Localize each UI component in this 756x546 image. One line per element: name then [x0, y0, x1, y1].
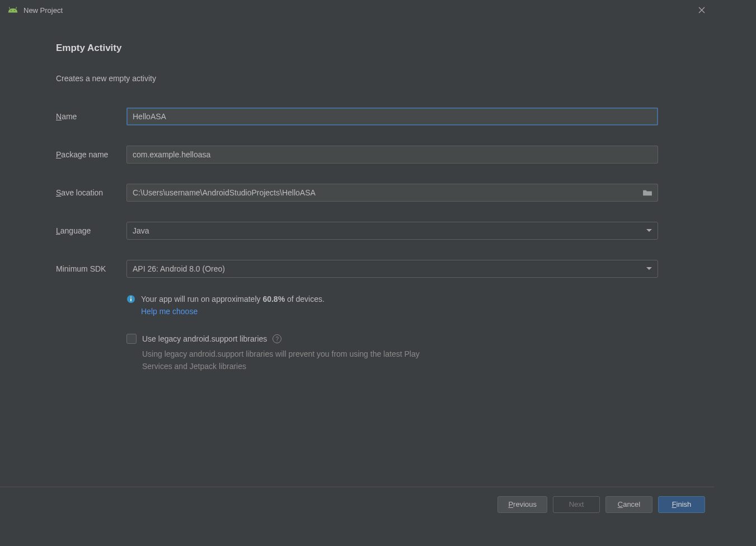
- previous-button[interactable]: Previous: [497, 496, 547, 513]
- help-icon[interactable]: ?: [273, 334, 281, 343]
- min-sdk-label: Minimum SDK: [56, 264, 126, 273]
- svg-point-2: [11, 10, 12, 11]
- page-subtitle: Creates a new empty activity: [56, 74, 658, 83]
- legacy-support-description: Using legacy android.support libraries w…: [142, 348, 433, 372]
- titlebar: New Project: [0, 0, 714, 20]
- package-label: Package name: [56, 150, 126, 159]
- content-area: Empty Activity Creates a new empty activ…: [0, 20, 714, 372]
- sdk-info-section: Your app will run on approximately 60.8%…: [126, 295, 658, 316]
- svg-rect-7: [130, 298, 132, 301]
- legacy-support-label: Use legacy android.support libraries: [142, 334, 267, 343]
- footer: Previous Next Cancel Finish: [0, 487, 714, 521]
- min-sdk-value: API 26: Android 8.0 (Oreo): [133, 264, 225, 273]
- sdk-coverage-text: Your app will run on approximately 60.8%…: [141, 295, 325, 304]
- name-row: Name: [56, 108, 658, 125]
- info-icon: [126, 295, 135, 304]
- svg-point-3: [14, 10, 15, 11]
- package-input[interactable]: [126, 146, 658, 164]
- svg-point-8: [130, 296, 132, 297]
- finish-button[interactable]: Finish: [658, 496, 705, 513]
- window-title: New Project: [24, 6, 63, 15]
- language-label: Language: [56, 226, 126, 235]
- min-sdk-dropdown[interactable]: API 26: Android 8.0 (Oreo): [126, 260, 658, 278]
- language-row: Language Java: [56, 222, 658, 240]
- legacy-support-checkbox[interactable]: [126, 334, 137, 344]
- location-label: Save location: [56, 188, 126, 197]
- browse-folder-icon[interactable]: [642, 189, 652, 197]
- svg-line-0: [9, 7, 10, 9]
- svg-line-1: [16, 7, 17, 9]
- legacy-checkbox-section: Use legacy android.support libraries ? U…: [126, 334, 658, 372]
- next-button: Next: [553, 496, 600, 513]
- location-input[interactable]: [126, 184, 658, 202]
- chevron-down-icon: [646, 228, 652, 234]
- location-row: Save location: [56, 184, 658, 202]
- cancel-button[interactable]: Cancel: [605, 496, 652, 513]
- language-dropdown[interactable]: Java: [126, 222, 658, 240]
- name-input[interactable]: [126, 108, 658, 125]
- name-label: Name: [56, 112, 126, 121]
- android-icon: [8, 7, 18, 13]
- language-value: Java: [133, 226, 149, 235]
- chevron-down-icon: [646, 266, 652, 272]
- package-row: Package name: [56, 146, 658, 164]
- min-sdk-row: Minimum SDK API 26: Android 8.0 (Oreo): [56, 260, 658, 278]
- help-choose-link[interactable]: Help me choose: [141, 307, 658, 316]
- page-heading: Empty Activity: [56, 43, 658, 54]
- close-button[interactable]: [696, 4, 707, 16]
